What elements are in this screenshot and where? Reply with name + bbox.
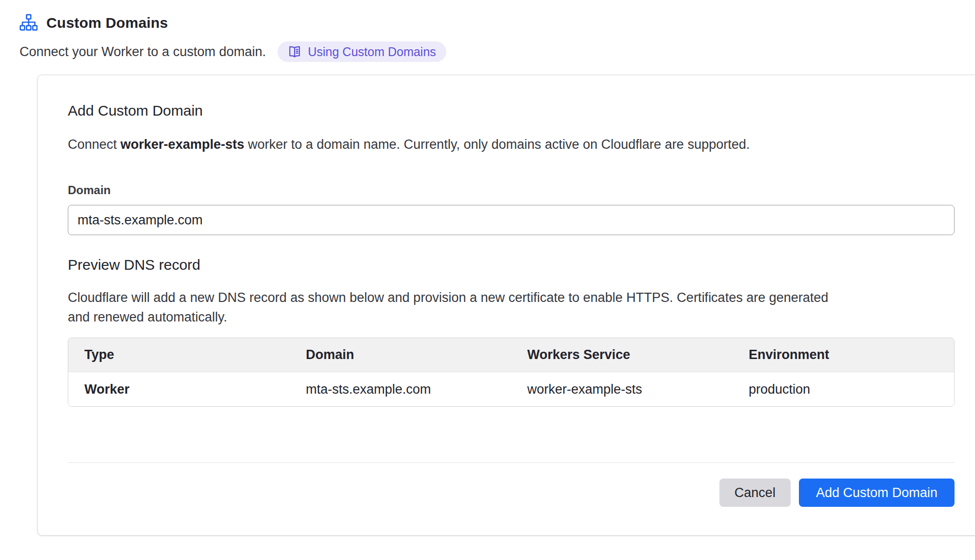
footer-divider — [68, 462, 955, 463]
domain-label: Domain — [68, 183, 955, 197]
custom-domains-page: Custom Domains Connect your Worker to a … — [0, 0, 975, 536]
column-header-type: Type — [68, 338, 290, 372]
footer-actions: Cancel Add Custom Domain — [68, 479, 955, 507]
title-row: Custom Domains — [20, 14, 975, 32]
cancel-button[interactable]: Cancel — [719, 479, 791, 507]
cell-type: Worker — [68, 372, 290, 406]
docs-link-label: Using Custom Domains — [308, 45, 436, 59]
column-header-domain: Domain — [290, 338, 511, 372]
docs-link-using-custom-domains[interactable]: Using Custom Domains — [278, 41, 446, 62]
preview-description: Cloudflare will add a new DNS record as … — [68, 288, 838, 327]
column-header-workers-service: Workers Service — [511, 338, 733, 372]
add-custom-domain-card: Add Custom Domain Connect worker-example… — [37, 75, 975, 536]
column-header-environment: Environment — [733, 338, 954, 372]
table-header-row: Type Domain Workers Service Environment — [68, 338, 954, 372]
sitemap-icon — [20, 14, 38, 32]
page-title: Custom Domains — [46, 15, 168, 31]
page-subtitle: Connect your Worker to a custom domain. — [20, 44, 266, 60]
cell-domain: mta-sts.example.com — [290, 372, 511, 406]
dns-preview-table: Type Domain Workers Service Environment … — [68, 338, 955, 407]
card-heading: Add Custom Domain — [68, 102, 955, 119]
cell-workers-service: worker-example-sts — [511, 372, 733, 406]
worker-name: worker-example-sts — [120, 137, 244, 152]
page-header: Custom Domains Connect your Worker to a … — [20, 14, 975, 62]
card-description: Connect worker-example-sts worker to a d… — [68, 135, 955, 154]
domain-input[interactable] — [68, 205, 955, 235]
subtitle-row: Connect your Worker to a custom domain. … — [20, 41, 975, 62]
add-custom-domain-button[interactable]: Add Custom Domain — [799, 479, 955, 507]
table-row: Worker mta-sts.example.com worker-exampl… — [68, 372, 954, 406]
book-icon — [288, 45, 301, 59]
preview-heading: Preview DNS record — [68, 257, 955, 273]
description-suffix: worker to a domain name. Currently, only… — [244, 137, 750, 152]
cell-environment: production — [733, 372, 954, 406]
description-prefix: Connect — [68, 137, 120, 152]
